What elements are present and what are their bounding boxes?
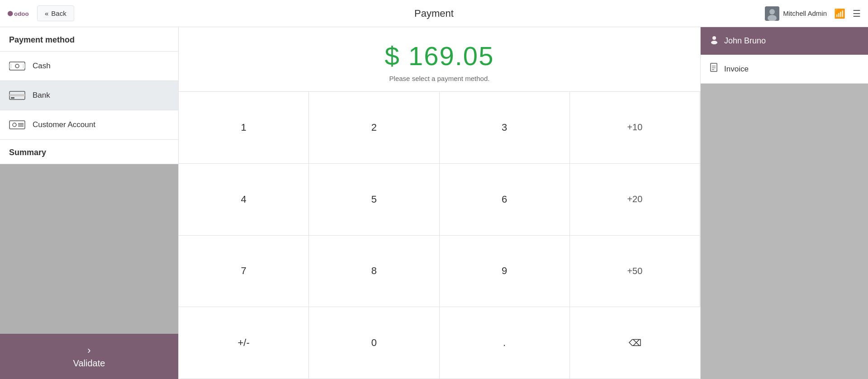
key-2[interactable]: 2 bbox=[309, 92, 439, 164]
back-label: Back bbox=[51, 9, 66, 17]
key-plus-20[interactable]: +20 bbox=[570, 164, 700, 236]
amount-number: 169.05 bbox=[408, 41, 494, 71]
top-nav: odoo « Back Payment Mitchell Admin 📶 ☰ bbox=[0, 0, 868, 27]
svg-rect-19 bbox=[711, 63, 717, 71]
bank-payment-method[interactable]: Bank bbox=[0, 81, 178, 110]
back-button[interactable]: « Back bbox=[37, 5, 74, 21]
main-layout: Payment method Cash Bank bbox=[0, 27, 868, 379]
avatar bbox=[765, 6, 779, 21]
right-sidebar-content bbox=[701, 84, 868, 379]
svg-text:odoo: odoo bbox=[14, 10, 29, 17]
currency-symbol: $ bbox=[385, 41, 408, 71]
key-plus-10[interactable]: +10 bbox=[570, 92, 700, 164]
key-1[interactable]: 1 bbox=[179, 92, 309, 164]
right-sidebar: John Bruno Invoice bbox=[701, 27, 868, 379]
summary-content bbox=[0, 164, 178, 334]
person-icon bbox=[710, 35, 719, 47]
key-4[interactable]: 4 bbox=[179, 164, 309, 236]
amount-value: $ 169.05 bbox=[385, 41, 494, 71]
page-title: Payment bbox=[414, 8, 454, 19]
svg-point-6 bbox=[15, 64, 19, 68]
left-sidebar: Payment method Cash Bank bbox=[0, 27, 179, 379]
nav-right: Mitchell Admin 📶 ☰ bbox=[765, 6, 861, 21]
user-name: Mitchell Admin bbox=[783, 9, 827, 17]
nav-left: odoo « Back bbox=[7, 5, 74, 21]
key-9[interactable]: 9 bbox=[440, 236, 570, 308]
svg-point-18 bbox=[711, 41, 717, 44]
svg-point-17 bbox=[712, 36, 716, 40]
summary-title: Summary bbox=[9, 148, 46, 157]
key-6[interactable]: 6 bbox=[440, 164, 570, 236]
hamburger-menu-icon[interactable]: ☰ bbox=[853, 8, 861, 19]
payment-method-title: Payment method bbox=[0, 27, 178, 52]
customer-name: John Bruno bbox=[724, 36, 766, 46]
key-plus-50[interactable]: +50 bbox=[570, 236, 700, 308]
svg-rect-7 bbox=[9, 64, 12, 68]
back-arrow-icon: « bbox=[45, 9, 48, 17]
customer-account-label: Customer Account bbox=[33, 120, 95, 129]
summary-section: Summary bbox=[0, 140, 178, 164]
invoice-item[interactable]: Invoice bbox=[701, 55, 868, 84]
key-5[interactable]: 5 bbox=[309, 164, 439, 236]
svg-point-0 bbox=[8, 11, 13, 16]
numpad-grid: 1 2 3 +10 4 5 6 +20 7 8 9 +50 +/- 0 . ⌫ bbox=[179, 92, 700, 379]
amount-display: $ 169.05 Please select a payment method. bbox=[179, 27, 700, 92]
svg-point-13 bbox=[13, 123, 16, 127]
cash-label: Cash bbox=[33, 62, 51, 71]
svg-rect-11 bbox=[11, 97, 14, 99]
svg-point-3 bbox=[769, 9, 775, 14]
cash-payment-method[interactable]: Cash bbox=[0, 52, 178, 81]
invoice-label: Invoice bbox=[724, 65, 749, 74]
key-delete[interactable]: ⌫ bbox=[570, 307, 700, 379]
validate-button[interactable]: › Validate bbox=[0, 334, 178, 379]
user-info: Mitchell Admin bbox=[765, 6, 827, 21]
svg-rect-8 bbox=[23, 64, 25, 68]
odoo-logo: odoo bbox=[7, 7, 30, 20]
key-decimal[interactable]: . bbox=[440, 307, 570, 379]
invoice-icon bbox=[710, 63, 719, 75]
key-3[interactable]: 3 bbox=[440, 92, 570, 164]
key-0[interactable]: 0 bbox=[309, 307, 439, 379]
numpad-area: $ 169.05 Please select a payment method.… bbox=[179, 27, 701, 379]
key-8[interactable]: 8 bbox=[309, 236, 439, 308]
bank-label: Bank bbox=[33, 91, 50, 100]
validate-chevron-icon: › bbox=[87, 345, 90, 356]
customer-header[interactable]: John Bruno bbox=[701, 27, 868, 55]
customer-account-icon bbox=[9, 118, 25, 131]
cash-icon bbox=[9, 60, 25, 72]
customer-account-payment-method[interactable]: Customer Account bbox=[0, 110, 178, 140]
amount-hint: Please select a payment method. bbox=[389, 75, 490, 82]
svg-rect-5 bbox=[9, 62, 25, 70]
key-plus-minus[interactable]: +/- bbox=[179, 307, 309, 379]
key-7[interactable]: 7 bbox=[179, 236, 309, 308]
wifi-icon: 📶 bbox=[834, 8, 845, 19]
validate-label: Validate bbox=[73, 358, 105, 369]
bank-icon bbox=[9, 89, 25, 102]
svg-rect-10 bbox=[9, 94, 25, 96]
